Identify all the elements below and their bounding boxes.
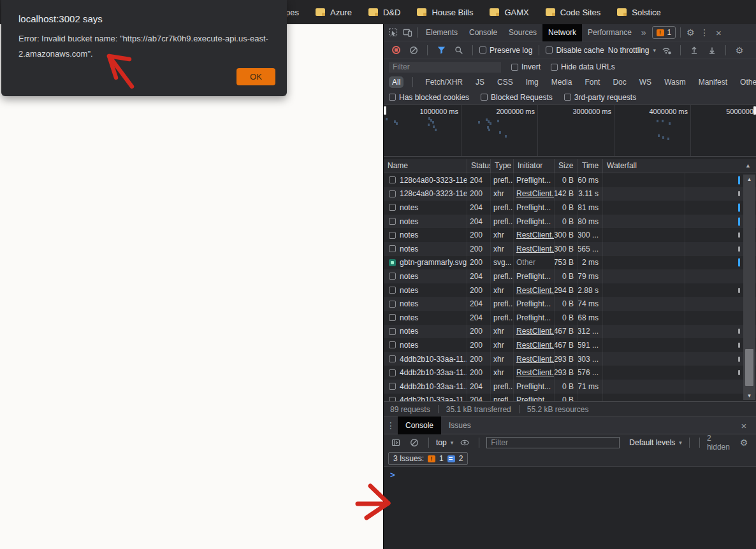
hidden-messages-label[interactable]: 2 hidden [707, 434, 732, 452]
drawer-tab-issues[interactable]: Issues [441, 417, 479, 434]
table-row[interactable]: 4ddb2b10-33aa-11...204prefl...Preflight.… [384, 394, 756, 402]
bookmark-item-gamx[interactable]: GAMX [490, 8, 528, 17]
table-row[interactable]: notes204prefl...Preflight...0 B79 ms [384, 269, 756, 283]
log-levels-dropdown[interactable]: Default levels ▾ [629, 438, 682, 447]
filter-pill-img[interactable]: Img [523, 76, 542, 88]
live-expression-eye-icon[interactable] [458, 436, 472, 449]
table-row[interactable]: notes200xhrRestClient...300 B300 ... [384, 228, 756, 242]
checkbox-3rd-party-requests[interactable]: 3rd-party requests [564, 93, 636, 102]
javascript-context-dropdown[interactable]: top ▾ [436, 438, 453, 447]
table-row[interactable]: notes204prefl...Preflight...0 B68 ms [384, 311, 756, 325]
network-filter-input[interactable] [389, 62, 501, 73]
table-row[interactable]: 128c4a80-3323-11e...200xhrRestClient...1… [384, 187, 756, 201]
network-overview-timeline[interactable]: 1000000 ms2000000 ms3000000 ms4000000 ms… [384, 105, 756, 157]
filter-pill-css[interactable]: CSS [494, 76, 516, 88]
tab-console[interactable]: Console [463, 24, 503, 41]
initiator-text[interactable]: RestClient... [516, 327, 555, 336]
filter-pill-media[interactable]: Media [548, 76, 576, 88]
clear-network-log-icon[interactable] [407, 44, 421, 57]
settings-gear-icon[interactable]: ⚙ [683, 26, 697, 39]
table-row[interactable]: gbtn-grammarly.svg200svg...Other753 B2 m… [384, 256, 756, 270]
table-row[interactable]: 4ddb2b10-33aa-11...200xhrRestClient...29… [384, 352, 756, 366]
kebab-menu-icon[interactable]: ⋮ [697, 26, 711, 39]
tab-sources[interactable]: Sources [503, 24, 542, 41]
bookmark-item-solstice[interactable]: Solstice [617, 8, 661, 17]
console-sidebar-toggle-icon[interactable] [389, 436, 403, 449]
bookmark-item-d-d[interactable]: D&D [368, 8, 400, 17]
table-row[interactable]: 128c4a80-3323-11e...204prefl...Preflight… [384, 173, 756, 187]
device-toolbar-icon[interactable] [400, 26, 414, 39]
table-row[interactable]: 4ddb2b10-33aa-11...200xhrRestClient...29… [384, 366, 756, 380]
column-header-size[interactable]: Size [555, 159, 578, 173]
table-row[interactable]: notes200xhrRestClient...467 B312 ... [384, 325, 756, 339]
column-header-time[interactable]: Time [578, 159, 603, 173]
drawer-kebab-menu-icon[interactable]: ⋮ [384, 419, 398, 432]
bookmark-item-pes[interactable]: pes [286, 8, 299, 17]
filter-pill-js[interactable]: JS [472, 76, 488, 88]
throttling-dropdown[interactable]: No throttling ▾ [608, 46, 656, 55]
console-prompt-chevron[interactable]: > [390, 470, 395, 480]
export-har-icon[interactable] [705, 44, 719, 57]
hide-data-urls-checkbox[interactable]: Hide data URLs [551, 62, 615, 71]
more-tabs-icon[interactable]: » [637, 27, 650, 38]
scrollbar-thumb[interactable] [745, 349, 753, 386]
filter-pill-doc[interactable]: Doc [609, 76, 629, 88]
table-row[interactable]: notes200xhrRestClient...467 B591 ... [384, 338, 756, 352]
initiator-text[interactable]: RestClient... [516, 245, 555, 253]
filter-pill-font[interactable]: Font [581, 76, 603, 88]
filter-pill-wasm[interactable]: Wasm [661, 76, 689, 88]
tab-performance[interactable]: Performance [582, 24, 637, 41]
close-drawer-icon[interactable]: × [737, 419, 751, 432]
import-har-icon[interactable] [687, 44, 701, 57]
column-header-status[interactable]: Status [467, 159, 491, 173]
preserve-log-checkbox[interactable]: Preserve log [479, 46, 532, 55]
table-row[interactable]: notes204prefl...Preflight...0 B81 ms [384, 201, 756, 215]
bookmark-item-azure[interactable]: Azure [316, 8, 352, 17]
column-header-initiator[interactable]: Initiator [514, 159, 555, 173]
drawer-tab-console[interactable]: Console [398, 417, 441, 434]
table-row[interactable]: notes204prefl...Preflight...0 B80 ms [384, 215, 756, 229]
checkbox-has-blocked-cookies[interactable]: Has blocked cookies [389, 93, 469, 102]
network-settings-gear-icon[interactable]: ⚙ [732, 44, 746, 57]
alert-ok-button[interactable]: OK [236, 68, 275, 85]
table-scrollbar[interactable]: ▴ ▾ [743, 175, 755, 400]
sort-arrow-icon[interactable]: ▲ [745, 159, 751, 173]
filter-pill-all[interactable]: All [389, 76, 403, 88]
initiator-text[interactable]: RestClient... [516, 231, 555, 239]
record-network-log-icon[interactable] [389, 44, 403, 57]
tab-elements[interactable]: Elements [420, 24, 463, 41]
console-output-area[interactable]: > [384, 466, 756, 549]
console-filter-input[interactable] [486, 437, 620, 448]
table-row[interactable]: notes200xhrRestClient...294 B2.88 s [384, 283, 756, 297]
table-row[interactable]: notes200xhrRestClient...300 B565 ... [384, 242, 756, 256]
filter-funnel-icon[interactable] [434, 44, 448, 57]
table-row[interactable]: notes204prefl...Preflight...0 B74 ms [384, 297, 756, 311]
initiator-text[interactable]: RestClient... [516, 355, 555, 364]
column-header-name[interactable]: Name [384, 159, 467, 173]
table-row[interactable]: 4ddb2b10-33aa-11...204prefl...Preflight.… [384, 380, 756, 394]
initiator-text[interactable]: RestClient... [516, 286, 555, 295]
initiator-text[interactable]: RestClient... [516, 341, 555, 350]
filter-pill-fetch-xhr[interactable]: Fetch/XHR [422, 76, 466, 88]
filter-pill-other[interactable]: Other [737, 76, 756, 88]
scroll-up-icon[interactable]: ▴ [743, 175, 755, 183]
invert-checkbox[interactable]: Invert [511, 62, 541, 71]
column-header-type[interactable]: Type [491, 159, 514, 173]
issues-summary-button[interactable]: 3 Issues: ! 1 2 [388, 452, 468, 465]
clear-console-icon[interactable] [407, 436, 421, 449]
network-conditions-icon[interactable] [660, 44, 674, 57]
checkbox-blocked-requests[interactable]: Blocked Requests [481, 93, 553, 102]
bookmark-item-code-sites[interactable]: Code Sites [546, 8, 601, 17]
filter-pill-manifest[interactable]: Manifest [695, 76, 731, 88]
search-icon[interactable] [452, 44, 466, 57]
column-header-waterfall[interactable]: Waterfall▲ [603, 159, 756, 173]
initiator-text[interactable]: RestClient... [516, 189, 555, 198]
issues-counter-badge[interactable]: ! 1 [652, 26, 676, 39]
initiator-text[interactable]: RestClient... [516, 368, 555, 377]
inspect-element-icon[interactable] [386, 26, 400, 39]
bookmark-item-house-bills[interactable]: House Bills [417, 8, 473, 17]
console-settings-gear-icon[interactable]: ⚙ [737, 436, 751, 449]
tab-network[interactable]: Network [542, 24, 582, 41]
close-devtools-icon[interactable]: × [711, 26, 725, 39]
scroll-down-icon[interactable]: ▾ [743, 391, 755, 400]
